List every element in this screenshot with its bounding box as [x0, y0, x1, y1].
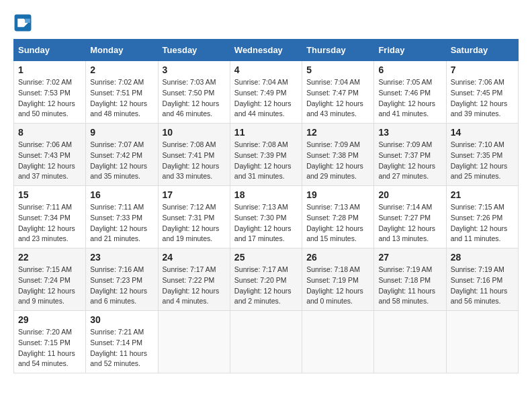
day-info: Sunrise: 7:13 AMSunset: 7:28 PMDaylight:… [306, 202, 369, 244]
day-cell-13: 13Sunrise: 7:09 AMSunset: 7:37 PMDayligh… [374, 124, 446, 186]
day-cell-27: 27Sunrise: 7:19 AMSunset: 7:18 PMDayligh… [374, 248, 446, 311]
day-info: Sunrise: 7:17 AMSunset: 7:22 PMDaylight:… [163, 265, 226, 307]
day-number: 24 [163, 252, 226, 263]
day-info: Sunrise: 7:06 AMSunset: 7:45 PMDaylight:… [451, 77, 514, 120]
day-cell-26: 26Sunrise: 7:18 AMSunset: 7:19 PMDayligh… [302, 248, 374, 311]
header-day-thursday: Thursday [302, 40, 374, 61]
week-row-1: 1Sunrise: 7:02 AMSunset: 7:53 PMDaylight… [14, 61, 519, 124]
day-info: Sunrise: 7:16 AMSunset: 7:23 PMDaylight:… [90, 265, 153, 307]
day-number: 16 [90, 189, 153, 200]
day-number: 1 [18, 64, 81, 75]
day-info: Sunrise: 7:08 AMSunset: 7:41 PMDaylight:… [163, 140, 226, 182]
week-row-4: 22Sunrise: 7:15 AMSunset: 7:24 PMDayligh… [14, 248, 519, 311]
day-info: Sunrise: 7:06 AMSunset: 7:43 PMDaylight:… [18, 140, 81, 182]
day-number: 12 [306, 127, 369, 138]
day-info: Sunrise: 7:09 AMSunset: 7:38 PMDaylight:… [306, 140, 369, 182]
day-info: Sunrise: 7:19 AMSunset: 7:16 PMDaylight:… [451, 265, 514, 307]
day-number: 7 [451, 64, 514, 75]
day-number: 2 [90, 64, 153, 75]
empty-cell [158, 311, 230, 373]
empty-cell [302, 311, 374, 373]
day-cell-14: 14Sunrise: 7:10 AMSunset: 7:35 PMDayligh… [446, 124, 518, 186]
day-number: 13 [378, 127, 441, 138]
day-cell-29: 29Sunrise: 7:20 AMSunset: 7:15 PMDayligh… [14, 311, 86, 373]
header-day-sunday: Sunday [14, 40, 86, 61]
day-cell-10: 10Sunrise: 7:08 AMSunset: 7:41 PMDayligh… [158, 124, 230, 186]
day-info: Sunrise: 7:10 AMSunset: 7:35 PMDaylight:… [451, 140, 514, 182]
day-cell-8: 8Sunrise: 7:06 AMSunset: 7:43 PMDaylight… [14, 124, 86, 186]
header-day-saturday: Saturday [446, 40, 518, 61]
day-number: 14 [451, 127, 514, 138]
day-info: Sunrise: 7:12 AMSunset: 7:31 PMDaylight:… [163, 202, 226, 244]
day-cell-17: 17Sunrise: 7:12 AMSunset: 7:31 PMDayligh… [158, 186, 230, 248]
day-info: Sunrise: 7:18 AMSunset: 7:19 PMDaylight:… [306, 265, 369, 307]
day-info: Sunrise: 7:13 AMSunset: 7:30 PMDaylight:… [234, 202, 298, 244]
day-info: Sunrise: 7:09 AMSunset: 7:37 PMDaylight:… [378, 140, 441, 182]
day-number: 26 [306, 252, 369, 263]
week-row-2: 8Sunrise: 7:06 AMSunset: 7:43 PMDaylight… [14, 124, 519, 186]
day-number: 4 [234, 64, 298, 75]
day-info: Sunrise: 7:14 AMSunset: 7:27 PMDaylight:… [378, 202, 441, 244]
day-info: Sunrise: 7:08 AMSunset: 7:39 PMDaylight:… [234, 140, 298, 182]
day-cell-22: 22Sunrise: 7:15 AMSunset: 7:24 PMDayligh… [14, 248, 86, 311]
week-row-3: 15Sunrise: 7:11 AMSunset: 7:34 PMDayligh… [14, 186, 519, 248]
day-cell-24: 24Sunrise: 7:17 AMSunset: 7:22 PMDayligh… [158, 248, 230, 311]
empty-cell [230, 311, 302, 373]
header-day-monday: Monday [86, 40, 158, 61]
day-number: 18 [234, 189, 298, 200]
header-day-friday: Friday [374, 40, 446, 61]
day-cell-5: 5Sunrise: 7:04 AMSunset: 7:47 PMDaylight… [302, 61, 374, 124]
calendar-table: SundayMondayTuesdayWednesdayThursdayFrid… [13, 39, 519, 373]
day-number: 29 [18, 314, 81, 325]
day-cell-18: 18Sunrise: 7:13 AMSunset: 7:30 PMDayligh… [230, 186, 302, 248]
day-info: Sunrise: 7:11 AMSunset: 7:34 PMDaylight:… [18, 202, 81, 244]
day-info: Sunrise: 7:17 AMSunset: 7:20 PMDaylight:… [234, 265, 298, 307]
day-info: Sunrise: 7:05 AMSunset: 7:46 PMDaylight:… [378, 77, 441, 120]
day-cell-15: 15Sunrise: 7:11 AMSunset: 7:34 PMDayligh… [14, 186, 86, 248]
day-cell-16: 16Sunrise: 7:11 AMSunset: 7:33 PMDayligh… [86, 186, 158, 248]
day-info: Sunrise: 7:11 AMSunset: 7:33 PMDaylight:… [90, 202, 153, 244]
day-info: Sunrise: 7:04 AMSunset: 7:49 PMDaylight:… [234, 77, 298, 120]
day-cell-23: 23Sunrise: 7:16 AMSunset: 7:23 PMDayligh… [86, 248, 158, 311]
header-day-wednesday: Wednesday [230, 40, 302, 61]
day-cell-9: 9Sunrise: 7:07 AMSunset: 7:42 PMDaylight… [86, 124, 158, 186]
day-cell-21: 21Sunrise: 7:15 AMSunset: 7:26 PMDayligh… [446, 186, 518, 248]
day-cell-7: 7Sunrise: 7:06 AMSunset: 7:45 PMDaylight… [446, 61, 518, 124]
day-cell-28: 28Sunrise: 7:19 AMSunset: 7:16 PMDayligh… [446, 248, 518, 311]
day-number: 22 [18, 252, 81, 263]
day-number: 10 [163, 127, 226, 138]
day-cell-4: 4Sunrise: 7:04 AMSunset: 7:49 PMDaylight… [230, 61, 302, 124]
logo [13, 13, 35, 32]
day-number: 11 [234, 127, 298, 138]
empty-cell [374, 311, 446, 373]
day-info: Sunrise: 7:04 AMSunset: 7:47 PMDaylight:… [306, 77, 369, 120]
day-cell-25: 25Sunrise: 7:17 AMSunset: 7:20 PMDayligh… [230, 248, 302, 311]
calendar-header: SundayMondayTuesdayWednesdayThursdayFrid… [14, 40, 519, 61]
day-number: 15 [18, 189, 81, 200]
day-info: Sunrise: 7:20 AMSunset: 7:15 PMDaylight:… [18, 327, 81, 369]
day-cell-19: 19Sunrise: 7:13 AMSunset: 7:28 PMDayligh… [302, 186, 374, 248]
day-number: 5 [306, 64, 369, 75]
empty-cell [446, 311, 518, 373]
day-info: Sunrise: 7:03 AMSunset: 7:50 PMDaylight:… [163, 77, 226, 120]
logo-icon [13, 13, 32, 32]
day-number: 9 [90, 127, 153, 138]
day-cell-20: 20Sunrise: 7:14 AMSunset: 7:27 PMDayligh… [374, 186, 446, 248]
page-header [13, 13, 519, 32]
header-day-tuesday: Tuesday [158, 40, 230, 61]
day-number: 27 [378, 252, 441, 263]
day-number: 30 [90, 314, 153, 325]
day-cell-6: 6Sunrise: 7:05 AMSunset: 7:46 PMDaylight… [374, 61, 446, 124]
day-cell-11: 11Sunrise: 7:08 AMSunset: 7:39 PMDayligh… [230, 124, 302, 186]
day-number: 28 [451, 252, 514, 263]
day-number: 20 [378, 189, 441, 200]
day-info: Sunrise: 7:15 AMSunset: 7:24 PMDaylight:… [18, 265, 81, 307]
day-number: 23 [90, 252, 153, 263]
day-number: 21 [451, 189, 514, 200]
day-info: Sunrise: 7:15 AMSunset: 7:26 PMDaylight:… [451, 202, 514, 244]
day-cell-1: 1Sunrise: 7:02 AMSunset: 7:53 PMDaylight… [14, 61, 86, 124]
day-cell-3: 3Sunrise: 7:03 AMSunset: 7:50 PMDaylight… [158, 61, 230, 124]
day-cell-2: 2Sunrise: 7:02 AMSunset: 7:51 PMDaylight… [86, 61, 158, 124]
svg-marker-2 [25, 19, 30, 23]
day-number: 17 [163, 189, 226, 200]
